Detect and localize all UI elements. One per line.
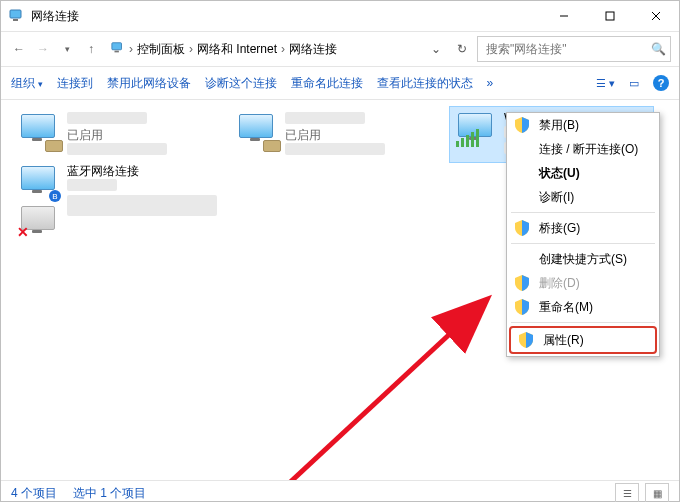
menu-separator xyxy=(511,243,655,244)
menu-separator xyxy=(511,212,655,213)
nav-up-button[interactable]: ↑ xyxy=(81,39,101,59)
ethernet-icon xyxy=(17,112,59,148)
command-bar: 组织 连接到 禁用此网络设备 诊断这个连接 重命名此连接 查看此连接的状态 » … xyxy=(1,67,679,100)
organize-menu[interactable]: 组织 xyxy=(11,75,43,92)
disabled-connection-icon: ✕ xyxy=(17,204,59,240)
svg-rect-7 xyxy=(115,50,119,52)
view-options-button[interactable]: ☰ ▾ xyxy=(596,77,615,90)
search-icon[interactable]: 🔍 xyxy=(651,42,666,56)
chevron-right-icon: › xyxy=(189,42,193,56)
menu-separator xyxy=(511,322,655,323)
connection-device xyxy=(285,143,385,159)
svg-rect-3 xyxy=(606,12,614,20)
shield-icon xyxy=(519,332,533,348)
close-button[interactable] xyxy=(633,1,679,31)
connection-name xyxy=(285,112,385,128)
window-icon xyxy=(9,8,25,24)
nav-forward-button[interactable]: → xyxy=(33,39,53,59)
shield-icon xyxy=(515,117,529,133)
shield-icon xyxy=(515,220,529,236)
minimize-button[interactable] xyxy=(541,1,587,31)
overflow-button[interactable]: » xyxy=(487,76,494,90)
view-status-button[interactable]: 查看此连接的状态 xyxy=(377,75,473,92)
ctx-disable[interactable]: 禁用(B) xyxy=(507,113,659,137)
ctx-diagnose[interactable]: 诊断(I) xyxy=(507,185,659,209)
window-title: 网络连接 xyxy=(31,8,541,25)
ethernet-icon xyxy=(235,112,277,148)
connection-status: 已启用 xyxy=(285,128,385,143)
search-input[interactable] xyxy=(484,41,664,57)
ctx-delete: 删除(D) xyxy=(507,271,659,295)
icons-view-button[interactable]: ▦ xyxy=(645,483,669,502)
diagnose-button[interactable]: 诊断这个连接 xyxy=(205,75,277,92)
context-menu: 禁用(B) 连接 / 断开连接(O) 状态(U) 诊断(I) 桥接(G) 创建快… xyxy=(506,112,660,357)
connection-device xyxy=(67,143,167,159)
shield-icon xyxy=(515,299,529,315)
help-button[interactable]: ? xyxy=(653,75,669,91)
content-area[interactable]: 已启用 已启用 WLAN xyxy=(1,100,679,480)
svg-rect-0 xyxy=(10,10,21,18)
crumb-network-internet[interactable]: 网络和 Internet xyxy=(197,41,277,58)
shield-icon xyxy=(515,275,529,291)
ctx-create-shortcut[interactable]: 创建快捷方式(S) xyxy=(507,247,659,271)
crumb-control-panel[interactable]: 控制面板 xyxy=(137,41,185,58)
connection-name xyxy=(67,112,167,128)
connection-name: 蓝牙网络连接 xyxy=(67,164,217,179)
chevron-right-icon: › xyxy=(281,42,285,56)
address-bar: ← → ▾ ↑ › 控制面板 › 网络和 Internet › 网络连接 ⌄ ↻… xyxy=(1,32,679,67)
connection-status: 已启用 xyxy=(67,128,167,143)
disable-device-button[interactable]: 禁用此网络设备 xyxy=(107,75,191,92)
annotation-arrow xyxy=(261,290,521,480)
status-item-count: 4 个项目 xyxy=(11,485,57,502)
svg-rect-1 xyxy=(13,19,18,21)
ctx-bridge[interactable]: 桥接(G) xyxy=(507,216,659,240)
breadcrumb-root-icon xyxy=(111,41,125,58)
status-selected-count: 选中 1 个项目 xyxy=(73,485,146,502)
search-box[interactable]: 🔍 xyxy=(477,36,671,62)
refresh-button[interactable]: ↻ xyxy=(451,42,473,56)
status-bar: 4 个项目 选中 1 个项目 ☰ ▦ xyxy=(1,480,679,502)
svg-rect-6 xyxy=(112,42,122,49)
connection-name xyxy=(67,204,217,220)
preview-pane-button[interactable]: ▭ xyxy=(629,77,639,90)
title-bar: 网络连接 xyxy=(1,1,679,32)
maximize-button[interactable] xyxy=(587,1,633,31)
connection-item[interactable]: 已启用 xyxy=(231,108,439,163)
breadcrumb[interactable]: › 控制面板 › 网络和 Internet › 网络连接 xyxy=(105,41,421,58)
nav-recent-button[interactable]: ▾ xyxy=(57,39,77,59)
ctx-connect-disconnect[interactable]: 连接 / 断开连接(O) xyxy=(507,137,659,161)
connection-item-disabled[interactable]: ✕ xyxy=(13,200,221,244)
crumb-network-connections[interactable]: 网络连接 xyxy=(289,41,337,58)
wifi-icon xyxy=(454,111,496,147)
connection-item[interactable]: 已启用 xyxy=(13,108,221,163)
svg-line-8 xyxy=(271,305,481,480)
details-view-button[interactable]: ☰ xyxy=(615,483,639,502)
rename-button[interactable]: 重命名此连接 xyxy=(291,75,363,92)
nav-back-button[interactable]: ← xyxy=(9,39,29,59)
connection-status xyxy=(67,179,217,195)
ctx-rename[interactable]: 重命名(M) xyxy=(507,295,659,319)
bluetooth-network-icon: B xyxy=(17,164,59,200)
connect-to-button[interactable]: 连接到 xyxy=(57,75,93,92)
address-dropdown-button[interactable]: ⌄ xyxy=(425,42,447,56)
ctx-properties[interactable]: 属性(R) xyxy=(509,326,657,354)
ctx-status[interactable]: 状态(U) xyxy=(507,161,659,185)
chevron-right-icon: › xyxy=(129,42,133,56)
